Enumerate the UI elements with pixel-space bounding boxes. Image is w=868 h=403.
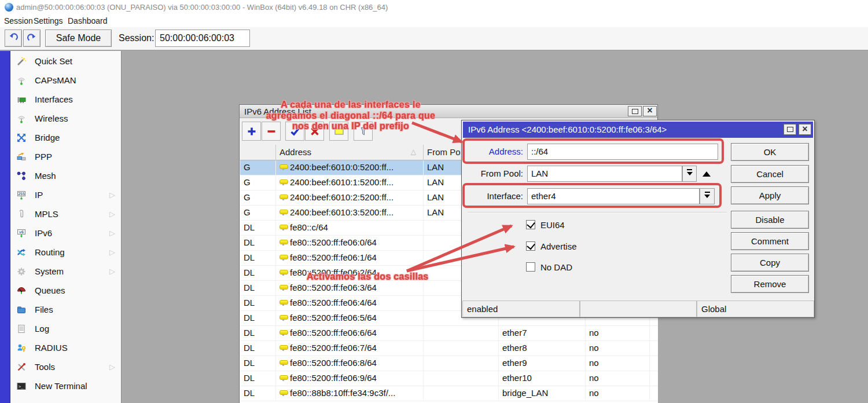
folder-icon — [16, 305, 27, 315]
menu-dashboard[interactable]: Dashboard — [68, 16, 108, 25]
user-key-icon — [16, 343, 27, 353]
sidebar-item-bridge[interactable]: Bridge — [10, 128, 121, 147]
status-enabled: enabled — [462, 301, 580, 317]
ipv6-address-icon — [279, 343, 288, 353]
sidebar-item-new-terminal[interactable]: >_ New Terminal — [10, 376, 121, 395]
collapse-up-button[interactable] — [699, 167, 714, 180]
ipv6-address-icon — [279, 283, 288, 292]
col-flags[interactable] — [240, 145, 276, 160]
sidebar-item-mpls[interactable]: MPLS ▷ — [10, 204, 121, 224]
no-dad-label: No DAD — [540, 262, 572, 272]
sidebar-item-log[interactable]: Log — [10, 319, 121, 338]
table-row[interactable]: DL fe80::5200:ff:fe06:8/64 ether9 no — [240, 356, 658, 371]
close-button[interactable]: × — [799, 124, 811, 135]
undo-button[interactable] — [5, 30, 22, 47]
sidebar-item-partial[interactable] — [10, 395, 121, 403]
table-row[interactable]: DL fe80::5200:ff:fe06:7/64 ether8 no — [240, 341, 658, 356]
row-flag: DL — [240, 251, 276, 265]
advertise-checkbox[interactable] — [526, 241, 535, 251]
col-address[interactable]: Address△ — [276, 145, 424, 160]
terminal-icon: >_ — [16, 381, 27, 391]
annotation-highlight-address-field — [462, 138, 724, 164]
cancel-button[interactable]: Cancel — [731, 165, 809, 183]
eui64-label: EUI64 — [540, 220, 565, 230]
svg-text:255: 255 — [18, 192, 25, 196]
sidebar-item-ip[interactable]: 255 IP ▷ — [10, 185, 121, 204]
sidebar-item-ipv6[interactable]: v6 IPv6 ▷ — [10, 224, 121, 243]
bridge-arrows-icon — [16, 133, 27, 143]
comment-button[interactable]: Comment — [731, 232, 809, 250]
antenna-icon — [16, 75, 27, 86]
table-row[interactable]: DL fe80::5200:ff:fe06:9/64 ether10 no — [240, 371, 658, 386]
sidebar-item-routing[interactable]: Routing ▷ — [10, 243, 121, 262]
sidebar-item-capsman[interactable]: CAPsMAN — [10, 71, 121, 90]
ok-button[interactable]: OK — [731, 143, 809, 161]
sidebar-item-interfaces[interactable]: Interfaces — [10, 90, 121, 109]
svg-text:v6: v6 — [19, 230, 24, 235]
magic-wand-icon — [16, 56, 27, 67]
row-flag: DL — [240, 221, 276, 235]
winbox-logo-icon — [5, 3, 13, 12]
annotation-highlight-interface-field — [462, 183, 722, 208]
close-button[interactable]: × — [643, 106, 657, 116]
copy-button[interactable]: Copy — [731, 254, 809, 272]
sidebar-item-mesh[interactable]: Mesh — [10, 166, 121, 185]
eui64-checkbox[interactable] — [526, 220, 535, 229]
sidebar-item-queues[interactable]: Queues — [10, 281, 121, 300]
maximize-button[interactable] — [628, 106, 642, 116]
row-advertise: no — [586, 371, 650, 386]
row-address: fe80::5200:ff:fe06:9/64 — [276, 371, 424, 386]
row-interface: ether10 — [499, 371, 586, 386]
table-row[interactable]: DL fe80::5200:ff:fe06:6/64 ether7 no — [240, 326, 658, 341]
session-input[interactable]: 50:00:00:06:00:03 — [155, 30, 250, 47]
dialog-title: IPv6 Address <2400:beef:6010:0:5200:ff:f… — [468, 124, 667, 134]
maximize-icon — [787, 127, 793, 132]
row-from-pool — [424, 356, 499, 371]
ipv6-address-icon — [279, 358, 288, 368]
submenu-arrow-icon: ▷ — [109, 210, 115, 218]
ppp-icon — [16, 152, 27, 162]
disable-button[interactable]: Disable — [731, 211, 809, 229]
row-flag: G — [240, 190, 276, 205]
sidebar-accent-strip — [0, 51, 10, 403]
row-flag: G — [240, 206, 276, 220]
ip-255-icon: 255 — [16, 190, 27, 200]
row-flag: DL — [240, 311, 276, 325]
from-pool-label: From Pool: — [466, 166, 523, 178]
row-address: 2400:beef:6010:0:5200:ff... — [276, 160, 424, 175]
paperclip-icon — [16, 209, 27, 219]
from-pool-input[interactable]: LAN — [527, 166, 682, 182]
sidebar-item-wireless[interactable]: Wireless — [10, 109, 121, 128]
tools-icon — [16, 362, 27, 372]
safe-mode-button[interactable]: Safe Mode — [45, 30, 112, 47]
row-address: fe80::5200:ff:fe06:6/64 — [276, 326, 424, 340]
row-flag: DL — [240, 236, 276, 250]
sidebar-item-quick-set[interactable]: Quick Set — [10, 52, 121, 71]
partial-icon — [16, 400, 27, 403]
sidebar-item-tools[interactable]: Tools ▷ — [10, 357, 121, 376]
menubar: Session Settings Dashboard — [0, 14, 868, 27]
menu-settings[interactable]: Settings — [34, 16, 63, 25]
row-interface: ether8 — [499, 341, 586, 356]
remove-button[interactable]: Remove — [731, 275, 809, 293]
table-row[interactable]: DL fe80::88b8:10ff:fe34:9c3f/... bridge_… — [240, 386, 658, 401]
ipv6-address-icon — [279, 208, 288, 217]
dialog-titlebar[interactable]: IPv6 Address <2400:beef:6010:0:5200:ff:f… — [463, 122, 813, 138]
from-pool-dropdown-button[interactable] — [682, 166, 697, 182]
sidebar-item-system[interactable]: System ▷ — [10, 262, 121, 281]
maximize-button[interactable] — [784, 124, 796, 135]
row-advertise: no — [586, 326, 650, 340]
menu-session[interactable]: Session — [4, 16, 33, 25]
sidebar-item-files[interactable]: Files — [10, 300, 121, 319]
row-interface: ether7 — [499, 326, 586, 340]
no-dad-checkbox[interactable] — [526, 262, 535, 272]
maximize-icon — [632, 109, 638, 114]
apply-button[interactable]: Apply — [731, 186, 809, 204]
dropdown-bar-icon — [687, 169, 692, 170]
submenu-arrow-icon: ▷ — [109, 248, 115, 257]
sidebar-item-radius[interactable]: RADIUS — [10, 338, 121, 357]
sidebar-item-ppp[interactable]: PPP — [10, 147, 121, 166]
row-flag: G — [240, 160, 276, 175]
redo-button[interactable] — [23, 30, 41, 47]
row-from-pool — [424, 386, 499, 401]
